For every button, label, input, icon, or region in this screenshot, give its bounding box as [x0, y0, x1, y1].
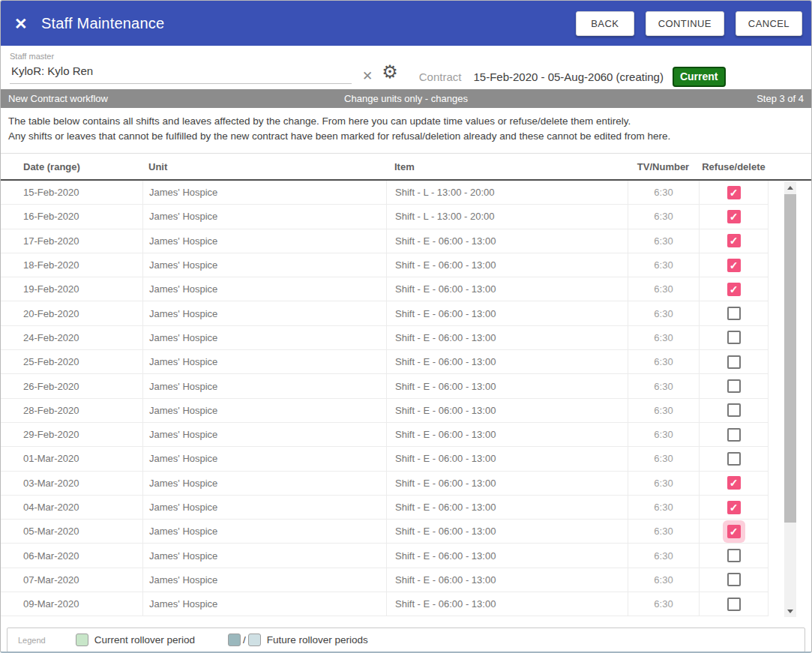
workflow-stage: Change units only - changes: [274, 93, 539, 104]
refuse-checkbox[interactable]: [727, 428, 741, 442]
cell-tv[interactable]: 6:30: [628, 277, 699, 301]
cell-unit: James' Hospice: [142, 447, 386, 471]
refuse-checkbox[interactable]: ✓: [727, 186, 741, 199]
cell-tv[interactable]: 6:30: [628, 496, 699, 520]
cell-tv[interactable]: 6:30: [628, 447, 699, 471]
cell-unit: James' Hospice: [142, 520, 386, 544]
refuse-checkbox[interactable]: [727, 379, 741, 393]
cell-tv[interactable]: 6:30: [628, 326, 699, 350]
cell-date: 15-Feb-2020: [1, 181, 142, 205]
check-icon: ✓: [730, 260, 739, 271]
col-header-unit: Unit: [142, 161, 386, 172]
cell-date: 24-Feb-2020: [1, 326, 142, 350]
titlebar: ✕ Staff Maintenance BACK CONTINUE CANCEL: [1, 1, 811, 46]
cell-refuse: [699, 544, 769, 568]
gear-icon[interactable]: ⚙: [382, 63, 398, 81]
cell-unit: James' Hospice: [142, 350, 386, 374]
workflow-bar: New Contract workflow Change units only …: [1, 89, 811, 108]
refuse-checkbox[interactable]: ✓: [727, 501, 741, 514]
cell-tv[interactable]: 6:30: [628, 472, 699, 496]
refuse-checkbox[interactable]: [727, 549, 741, 562]
cell-date: 18-Feb-2020: [1, 253, 142, 277]
refuse-checkbox[interactable]: [727, 598, 741, 611]
cell-item: Shift - E - 06:00 - 13:00: [386, 301, 628, 325]
refuse-checkbox[interactable]: ✓: [727, 283, 741, 296]
cell-unit: James' Hospice: [142, 253, 386, 277]
cell-date: 05-Mar-2020: [1, 520, 142, 544]
cell-tv[interactable]: 6:30: [628, 205, 699, 229]
cell-tv[interactable]: 6:30: [628, 301, 699, 325]
workflow-step: Step 3 of 4: [538, 93, 804, 104]
cell-tv[interactable]: 6:30: [628, 399, 699, 423]
cell-refuse: [699, 374, 769, 398]
cell-item: Shift - E - 06:00 - 13:00: [386, 496, 628, 520]
refuse-checkbox[interactable]: [727, 452, 741, 466]
cell-unit: James' Hospice: [142, 277, 386, 301]
close-icon[interactable]: ✕: [14, 16, 35, 31]
refuse-checkbox[interactable]: [727, 307, 741, 320]
cell-item: Shift - E - 06:00 - 13:00: [386, 423, 628, 447]
description-line-1: The table below contains all shifts and …: [8, 114, 804, 129]
cell-tv[interactable]: 6:30: [628, 423, 699, 447]
continue-button[interactable]: CONTINUE: [646, 11, 724, 36]
cell-unit: James' Hospice: [142, 374, 386, 398]
refuse-checkbox[interactable]: ✓: [727, 525, 741, 538]
current-badge: Current: [673, 67, 726, 87]
cell-date: 20-Feb-2020: [1, 301, 142, 325]
cell-unit: James' Hospice: [142, 423, 386, 447]
scrollbar-thumb[interactable]: [784, 194, 796, 523]
cell-tv[interactable]: 6:30: [628, 568, 699, 592]
cell-tv[interactable]: 6:30: [628, 181, 699, 205]
refuse-checkbox[interactable]: ✓: [727, 259, 741, 272]
cell-refuse: ✓: [699, 520, 769, 544]
table-scrollbar[interactable]: [784, 181, 796, 617]
refuse-checkbox[interactable]: ✓: [727, 210, 741, 223]
refuse-checkbox[interactable]: [727, 403, 741, 417]
table-body: 15-Feb-2020 James' Hospice Shift - L - 1…: [1, 181, 811, 616]
cell-item: Shift - E - 06:00 - 13:00: [386, 229, 628, 253]
cell-tv[interactable]: 6:30: [628, 229, 699, 253]
cell-tv[interactable]: 6:30: [628, 520, 699, 544]
cell-unit: James' Hospice: [142, 205, 386, 229]
staff-master-input[interactable]: [10, 61, 352, 84]
table-row: 20-Feb-2020 James' Hospice Shift - E - 0…: [1, 301, 811, 325]
description: The table below contains all shifts and …: [1, 108, 811, 144]
scroll-up-icon[interactable]: [784, 181, 796, 193]
table-row: 03-Mar-2020 James' Hospice Shift - E - 0…: [1, 472, 811, 496]
workflow-name: New Contract workflow: [8, 93, 274, 104]
staff-maintenance-dialog: ✕ Staff Maintenance BACK CONTINUE CANCEL…: [0, 0, 812, 653]
page-title: Staff Maintenance: [41, 15, 565, 32]
table-row: 15-Feb-2020 James' Hospice Shift - L - 1…: [1, 181, 811, 205]
staff-master-field: Staff master: [10, 50, 352, 84]
cell-tv[interactable]: 6:30: [628, 592, 699, 616]
cell-date: 06-Mar-2020: [1, 544, 142, 568]
table-row: 26-Feb-2020 James' Hospice Shift - E - 0…: [1, 374, 811, 398]
cell-tv[interactable]: 6:30: [628, 253, 699, 277]
cell-date: 19-Feb-2020: [1, 277, 142, 301]
cell-date: 03-Mar-2020: [1, 472, 142, 496]
cancel-button[interactable]: CANCEL: [736, 11, 802, 36]
legend-item-future: / Future rollover periods: [228, 634, 368, 646]
cell-item: Shift - E - 06:00 - 13:00: [386, 350, 628, 374]
check-icon: ✓: [730, 502, 739, 513]
cell-item: Shift - E - 06:00 - 13:00: [386, 592, 628, 616]
table-row: 09-Mar-2020 James' Hospice Shift - E - 0…: [1, 592, 811, 616]
cell-item: Shift - L - 13:00 - 20:00: [386, 205, 628, 229]
cell-date: 09-Mar-2020: [1, 592, 142, 616]
refuse-checkbox[interactable]: [727, 355, 741, 369]
col-header-refuse: Refuse/delete: [699, 161, 769, 172]
clear-staff-icon[interactable]: ✕: [362, 68, 373, 84]
legend-item-label: Current rollover period: [94, 634, 195, 646]
refuse-checkbox[interactable]: ✓: [727, 234, 741, 247]
refuse-checkbox[interactable]: [727, 331, 741, 344]
refuse-checkbox[interactable]: [727, 573, 741, 586]
cell-refuse: ✓: [699, 253, 769, 277]
cell-tv[interactable]: 6:30: [628, 374, 699, 398]
cell-tv[interactable]: 6:30: [628, 544, 699, 568]
scroll-down-icon[interactable]: [784, 605, 796, 617]
cell-tv[interactable]: 6:30: [628, 350, 699, 374]
back-button[interactable]: BACK: [576, 11, 634, 36]
refuse-checkbox[interactable]: ✓: [727, 476, 741, 490]
cell-refuse: ✓: [699, 181, 769, 205]
cell-date: 26-Feb-2020: [1, 374, 142, 398]
